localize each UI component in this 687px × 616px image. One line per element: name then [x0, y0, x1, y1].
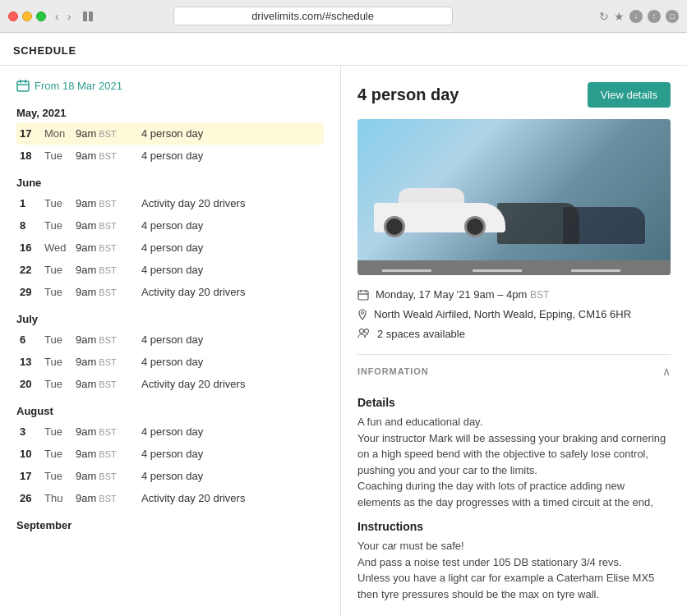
runway-line: [382, 269, 431, 272]
tabs-icon: □: [666, 10, 679, 23]
month-section: September: [16, 519, 324, 531]
event-title: 4 person day: [357, 85, 459, 104]
event-spaces-row: 2 spaces available: [357, 328, 671, 341]
info-section: INFORMATION ∧ Details A fun and educatio…: [357, 354, 671, 612]
schedule-row[interactable]: 1 Tue 9am BST Activity day 20 drivers: [16, 192, 324, 214]
runway-line: [571, 269, 620, 272]
close-button[interactable]: [8, 11, 18, 21]
row-day: 8: [20, 219, 44, 232]
schedule-row[interactable]: 29 Tue 9am BST Activity day 20 drivers: [16, 281, 324, 303]
maximize-button[interactable]: [36, 11, 46, 21]
schedule-row[interactable]: 8 Tue 9am BST 4 person day: [16, 214, 324, 237]
share-icon: ↑: [648, 10, 661, 23]
schedule-row[interactable]: 20 Tue 9am BST Activity day 20 drivers: [16, 373, 324, 395]
schedule-row[interactable]: 6 Tue 9am BST 4 person day: [16, 329, 324, 351]
month-label: June: [16, 177, 324, 189]
forward-button[interactable]: ›: [65, 10, 74, 23]
month-section: July 6 Tue 9am BST 4 person day 13 Tue 9…: [16, 313, 324, 395]
row-time: 9am BST: [76, 286, 141, 298]
info-content: Details A fun and educational day. Your …: [357, 396, 671, 612]
row-activity: 4 person day: [141, 219, 320, 232]
row-weekday: Wed: [44, 241, 76, 254]
row-day: 17: [20, 127, 44, 140]
row-time: 9am BST: [76, 448, 141, 460]
row-day: 16: [20, 241, 44, 254]
event-meta: Monday, 17 May '21 9am – 4pm BST North W…: [357, 288, 671, 341]
row-activity: 4 person day: [141, 127, 320, 140]
svg-point-12: [365, 329, 369, 333]
row-weekday: Tue: [44, 197, 76, 209]
row-activity: Activity day 20 drivers: [141, 378, 320, 390]
info-header[interactable]: INFORMATION ∧: [357, 355, 671, 386]
date-filter-label: From 18 Mar 2021: [35, 80, 122, 92]
row-weekday: Tue: [44, 219, 76, 232]
svg-point-10: [362, 312, 364, 315]
location-icon: [357, 309, 367, 323]
schedule-row[interactable]: 10 Tue 9am BST 4 person day: [16, 443, 324, 465]
row-weekday: Tue: [44, 470, 76, 482]
schedule-row[interactable]: 13 Tue 9am BST 4 person day: [16, 351, 324, 373]
schedule-list: May, 2021 17 Mon 9am BST 4 person day 18…: [16, 107, 324, 531]
runway-line: [473, 269, 522, 272]
row-time: 9am BST: [76, 197, 141, 209]
row-activity: 4 person day: [141, 425, 320, 438]
month-label: May, 2021: [16, 107, 324, 119]
schedule-row[interactable]: 18 Tue 9am BST 4 person day: [16, 145, 324, 167]
instructions-text: Your car must be safe! And pass a noise …: [357, 538, 671, 602]
row-day: 29: [20, 286, 44, 298]
month-section: June 1 Tue 9am BST Activity day 20 drive…: [16, 177, 324, 303]
row-weekday: Tue: [44, 448, 76, 460]
page-title: SCHEDULE: [13, 44, 674, 57]
row-time: 9am BST: [76, 127, 141, 140]
row-day: 22: [20, 264, 44, 276]
runway: [357, 260, 671, 275]
row-weekday: Tue: [44, 286, 76, 298]
month-section: May, 2021 17 Mon 9am BST 4 person day 18…: [16, 107, 324, 167]
row-time: 9am BST: [76, 149, 141, 162]
event-image: [357, 119, 671, 275]
row-activity: 4 person day: [141, 149, 320, 162]
row-activity: 4 person day: [141, 470, 320, 482]
row-day: 10: [20, 448, 44, 460]
car-main: [366, 186, 514, 244]
schedule-row[interactable]: 22 Tue 9am BST 4 person day: [16, 259, 324, 281]
month-label: September: [16, 519, 324, 531]
info-chevron-icon: ∧: [662, 365, 671, 378]
row-time: 9am BST: [76, 378, 141, 390]
row-activity: 4 person day: [141, 241, 320, 254]
view-details-button[interactable]: View details: [588, 82, 671, 108]
schedule-row[interactable]: 16 Wed 9am BST 4 person day: [16, 237, 324, 259]
row-weekday: Tue: [44, 378, 76, 390]
right-panel: 4 person day View details: [341, 66, 687, 616]
schedule-row[interactable]: 26 Thu 9am BST Activity day 20 drivers: [16, 487, 324, 509]
back-button[interactable]: ‹: [53, 10, 62, 23]
car-wheel-front-left: [384, 216, 405, 237]
left-panel: From 18 Mar 2021 May, 2021 17 Mon 9am BS…: [0, 66, 341, 616]
details-subtitle: Details: [357, 396, 671, 409]
schedule-row[interactable]: 17 Tue 9am BST 4 person day: [16, 465, 324, 487]
svg-rect-0: [83, 11, 87, 21]
row-activity: Activity day 20 drivers: [141, 492, 320, 504]
reload-button[interactable]: ↻: [599, 10, 609, 23]
row-time: 9am BST: [76, 470, 141, 482]
row-day: 3: [20, 425, 44, 438]
row-activity: 4 person day: [141, 356, 320, 368]
date-filter[interactable]: From 18 Mar 2021: [16, 79, 324, 92]
info-section-label: INFORMATION: [357, 366, 428, 376]
bookmark-button[interactable]: ★: [614, 10, 625, 23]
row-day: 17: [20, 470, 44, 482]
address-bar[interactable]: drivelimits.com/#schedule: [173, 7, 453, 25]
svg-point-11: [360, 329, 364, 333]
schedule-row[interactable]: 17 Mon 9am BST 4 person day: [16, 122, 324, 145]
car-wheel-rear-left: [464, 216, 486, 237]
car-scene: [366, 177, 662, 259]
row-time: 9am BST: [76, 219, 141, 232]
schedule-row[interactable]: 3 Tue 9am BST 4 person day: [16, 421, 324, 443]
reader-view-button[interactable]: [80, 8, 96, 25]
row-day: 26: [20, 492, 44, 504]
row-day: 18: [20, 149, 44, 162]
minimize-button[interactable]: [22, 11, 32, 21]
detail-header: 4 person day View details: [357, 82, 671, 108]
row-time: 9am BST: [76, 425, 141, 438]
calendar-meta-icon: [357, 289, 369, 303]
